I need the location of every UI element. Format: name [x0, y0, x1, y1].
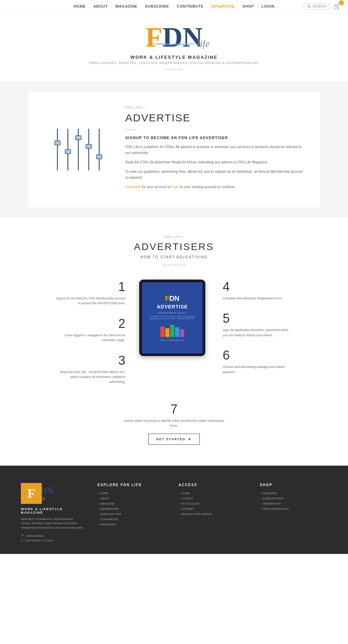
- tablet-image: FDN ADVERTISE EDUCATION & SKILLS To adve…: [139, 280, 205, 356]
- advertise-text-middle: for your account or: [142, 185, 172, 189]
- footer-access-col: ACCESS ›LOGIN ›LOGOUT ›MY ACCOUNT ›SITEM…: [179, 483, 246, 544]
- advertise-bg: FDN LIFE > ADVERTISE SIGNUP TO BECOME AN…: [0, 81, 348, 218]
- hero-section: FDN life WORK & LIFESTYLE MAGAZINE FREEL…: [0, 13, 348, 81]
- subscribe-link[interactable]: Subscribe: [125, 185, 141, 189]
- step-7-container: 7 Submit advert via email or directly on…: [21, 402, 327, 445]
- nav-home[interactable]: HOME: [73, 4, 86, 8]
- footer-link-advertise[interactable]: ›ADVERTISE: [97, 523, 165, 526]
- arrow-icon: ›: [260, 507, 261, 510]
- footer-link-shop-magazine[interactable]: ›MAGAZINE: [260, 492, 327, 495]
- step-3: 3 Read the FDN Life - ADVERTISER MEDIA K…: [56, 353, 125, 385]
- step-5-number: 5: [223, 311, 292, 326]
- tablet-logo: FDN: [165, 295, 179, 303]
- nav-right: 🔍 SEARCH 🛒 0: [304, 2, 341, 10]
- logo-life: life: [197, 38, 209, 49]
- step-1-number: 1: [56, 280, 125, 294]
- arrow-icon: ›: [97, 497, 98, 500]
- footer-link-home[interactable]: ›HOME: [97, 492, 165, 495]
- logo-dn: DN: [163, 22, 203, 53]
- arrow-icon: ›: [97, 513, 98, 516]
- nav-shop[interactable]: SHOP: [242, 4, 254, 8]
- footer-explore-col: EXPLORE FDN LIFE ›HOME ›ABOUT ›MAGAZINE …: [97, 483, 165, 544]
- arrow-icon: ›: [97, 518, 98, 521]
- svg-rect-5: [76, 136, 81, 140]
- step-4: 4 Complete the Advertiser Registration F…: [223, 280, 292, 301]
- arrow-icon: ›: [97, 523, 98, 526]
- search-label: SEARCH: [312, 5, 327, 8]
- footer-logo-life: life: [40, 496, 54, 501]
- nav-login[interactable]: LOGIN: [262, 4, 275, 8]
- arrow-icon: ›: [97, 492, 98, 495]
- nav-magazine[interactable]: MAGAZINE: [116, 4, 137, 8]
- arrow-icon: ›: [97, 507, 98, 510]
- step-3-number: 3: [56, 353, 125, 368]
- footer-link-contribute[interactable]: ›CONTRIBUTE: [97, 518, 165, 521]
- step-1: 1 Signup for an ANNUAL FDN Membership Ac…: [56, 280, 125, 306]
- arrow-icon: ›: [179, 513, 180, 516]
- steps-right: 4 Complete the Advertiser Registration F…: [223, 280, 292, 385]
- footer-copyright-text: COPYRIGHT (C) 2019: [25, 539, 53, 542]
- footer-link-membership[interactable]: ›MEMBERSHIP: [97, 507, 165, 510]
- advertise-text-1: FDN Life is a platform for FDNs. All adv…: [125, 144, 306, 156]
- footer-link-logout[interactable]: ›LOGOUT: [179, 497, 246, 500]
- footer-shop-col: SHOP ›MAGAZINE ›SUBSCRIPTION ›MEMBERSHIP…: [260, 483, 327, 544]
- footer-link-sitemap[interactable]: ›SITEMAP: [179, 507, 246, 510]
- step-5: 5 Sign the applicable Advertiser Agreeme…: [223, 311, 292, 338]
- advertise-text-4: Subscribe for your account or login to y…: [125, 184, 306, 190]
- footer-brand-desc: Dedicated to Freelancers, Home-Business …: [21, 517, 84, 530]
- search-box[interactable]: 🔍 SEARCH: [304, 3, 330, 10]
- footer-link-magazine[interactable]: ›MAGAZINE: [97, 502, 165, 505]
- nav-about[interactable]: ABOUT: [93, 4, 108, 8]
- advertisers-title: ADVERTISERS: [21, 241, 327, 252]
- advertise-breadcrumb: FDN LIFE >: [125, 106, 306, 109]
- nav-advertise[interactable]: ADVERTISE: [211, 4, 235, 8]
- svg-rect-9: [96, 155, 102, 159]
- arrow-icon: ›: [260, 492, 261, 495]
- site-subtitle: FREELANCERS, REMOTES, LOCATION INDEPENDE…: [7, 61, 341, 65]
- arrow-icon: ›: [260, 502, 261, 505]
- step-6-number: 6: [223, 348, 292, 363]
- footer-explore-title: EXPLORE FDN LIFE: [97, 483, 165, 487]
- hero-divider: [7, 69, 341, 70]
- steps-container: 1 Signup for an ANNUAL FDN Membership Ac…: [21, 280, 327, 395]
- advertisers-dots: [21, 264, 327, 266]
- logo-wave: [149, 41, 199, 45]
- signup-title: SIGNUP TO BECOME AN FDN LIFE ADVERTISER: [125, 136, 306, 140]
- footer-logo-col: F DN life WORK & LIFESTYLE MAGAZINE Dedi…: [21, 483, 84, 544]
- footer-link-login[interactable]: ›LOGIN: [179, 492, 246, 495]
- main-nav: HOME ABOUT MAGAZINE SUBSCRIBE CONTRIBUTE…: [0, 0, 348, 13]
- dots-line: [165, 69, 183, 70]
- footer-copyright: © COPYRIGHT (C) 2019: [21, 539, 84, 542]
- cart-icon[interactable]: 🛒 0: [333, 2, 341, 10]
- advertise-content: FDN LIFE > ADVERTISE SIGNUP TO BECOME AN…: [125, 106, 306, 193]
- get-started-icon: ➤: [188, 437, 192, 441]
- tablet-body: To advertise your courses and/or educati…: [145, 315, 199, 320]
- tablet-books: [158, 323, 186, 337]
- footer-link-shop-membership[interactable]: ›MEMBERSHIP: [260, 502, 327, 505]
- footer-logo-dn: DN: [40, 485, 54, 496]
- footer-link-my-account[interactable]: ›MY ACCOUNT: [179, 502, 246, 505]
- footer-logo: F DN life: [21, 483, 84, 504]
- footer-logo-dn-block: DN life: [40, 485, 54, 501]
- arrow-icon: ›: [179, 492, 180, 495]
- footer-link-subscription[interactable]: ›SUBSCRIPTION: [97, 513, 165, 516]
- footer-link-newsletter[interactable]: ›NEWSLETTER SIGNUP: [179, 513, 246, 516]
- arrow-icon: ›: [179, 502, 180, 505]
- footer-link-free-downloads[interactable]: ›FREE DOWNLOADS: [260, 507, 327, 510]
- cart-badge: 0: [339, 0, 344, 5]
- nav-contribute[interactable]: CONTRIBUTE: [177, 4, 204, 8]
- nav-subscribe[interactable]: SUBSCRIBE: [145, 4, 169, 8]
- equalizer-visual: [42, 106, 111, 193]
- step-6: 6 Choose and advertising package and sub…: [223, 348, 292, 375]
- advertise-text-suffix: to your existing account to continue.: [180, 185, 236, 189]
- login-link[interactable]: login: [172, 185, 179, 189]
- step-3-text: Read the FDN Life - ADVERTISER MEDIA KIT…: [56, 370, 125, 385]
- step-2-number: 2: [56, 316, 125, 331]
- steps-left: 1 Signup for an ANNUAL FDN Membership Ac…: [56, 280, 125, 395]
- footer-link-shop-subscription[interactable]: ›SUBSCRIPTION: [260, 497, 327, 500]
- footer-shop-title: SHOP: [260, 483, 327, 487]
- footer-link-about[interactable]: ›ABOUT: [97, 497, 165, 500]
- arrow-icon: ›: [97, 502, 98, 505]
- get-started-button[interactable]: GET STARTED ➤: [148, 434, 200, 445]
- steps-center: FDN ADVERTISE EDUCATION & SKILLS To adve…: [139, 280, 209, 356]
